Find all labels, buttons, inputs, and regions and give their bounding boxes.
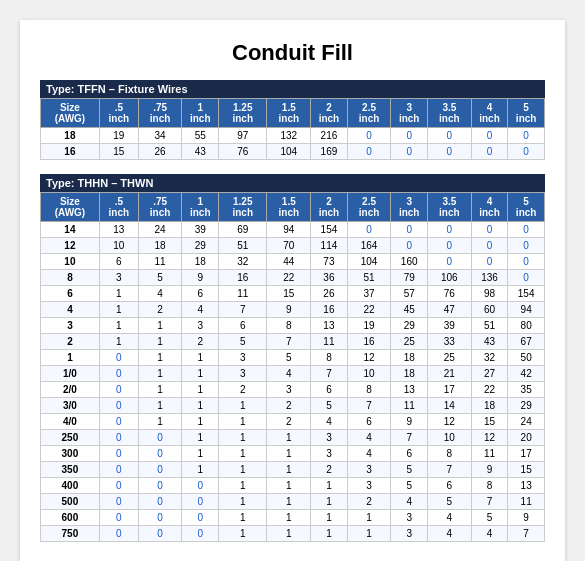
table-cell: 1 <box>311 478 348 494</box>
table-cell: 500 <box>41 494 100 510</box>
table-row: 500000111245711 <box>41 494 545 510</box>
table-cell: 104 <box>347 254 391 270</box>
table-cell: 0 <box>428 144 472 160</box>
table-row: 4/001112469121524 <box>41 414 545 430</box>
table-cell: 2 <box>267 414 311 430</box>
table-cell: 94 <box>508 302 545 318</box>
table-cell: 47 <box>428 302 472 318</box>
table-cell: 18 <box>138 238 182 254</box>
table-cell: 1 <box>99 318 138 334</box>
table-cell: 4 <box>471 526 508 542</box>
table-cell: 0 <box>99 382 138 398</box>
table-cell: 22 <box>471 382 508 398</box>
table-cell: 0 <box>99 478 138 494</box>
table-cell: 1 <box>99 334 138 350</box>
thhn-header-row: Size (AWG).5 inch.75 inch1 inch1.25 inch… <box>41 193 545 222</box>
table-cell: 1 <box>219 398 267 414</box>
table-cell: 37 <box>347 286 391 302</box>
table-cell: 17 <box>508 446 545 462</box>
table-cell: 4 <box>347 430 391 446</box>
table-row: 400000111356813 <box>41 478 545 494</box>
table-cell: 1 <box>311 510 348 526</box>
table-cell: 0 <box>508 144 545 160</box>
table-cell: 1 <box>267 430 311 446</box>
col-header-6: 2 inch <box>311 99 348 128</box>
table-cell: 1 <box>267 462 311 478</box>
table-cell: 9 <box>508 510 545 526</box>
table-cell: 160 <box>391 254 428 270</box>
table-cell: 1 <box>182 446 219 462</box>
table-cell: 67 <box>508 334 545 350</box>
table-row: 614611152637577698154 <box>41 286 545 302</box>
table-cell: 0 <box>347 222 391 238</box>
table-cell: 13 <box>391 382 428 398</box>
table-cell: 106 <box>428 270 472 286</box>
table-cell: 3 <box>219 366 267 382</box>
table-cell: 4 <box>428 510 472 526</box>
table-cell: 400 <box>41 478 100 494</box>
table-cell: 4 <box>311 414 348 430</box>
table-cell: 0 <box>508 270 545 286</box>
table-cell: 12 <box>471 430 508 446</box>
table-cell: 22 <box>267 270 311 286</box>
table-cell: 4 <box>138 286 182 302</box>
table-cell: 1 <box>267 494 311 510</box>
table-cell: 73 <box>311 254 348 270</box>
table-cell: 0 <box>347 144 391 160</box>
table-cell: 0 <box>182 510 219 526</box>
table-cell: 1 <box>311 526 348 542</box>
table-cell: 50 <box>508 350 545 366</box>
table-cell: 18 <box>471 398 508 414</box>
table-cell: 6 <box>428 478 472 494</box>
table-cell: 0 <box>508 254 545 270</box>
table-cell: 1 <box>219 510 267 526</box>
table-cell: 1 <box>219 430 267 446</box>
table-cell: 3 <box>99 270 138 286</box>
table-cell: 750 <box>41 526 100 542</box>
table-cell: 0 <box>138 446 182 462</box>
table-cell: 132 <box>267 128 311 144</box>
table-cell: 5 <box>219 334 267 350</box>
table-cell: 7 <box>428 462 472 478</box>
table-cell: 0 <box>99 350 138 366</box>
table-row: 161526437610416900000 <box>41 144 545 160</box>
table-cell: 32 <box>471 350 508 366</box>
table-cell: 1 <box>138 318 182 334</box>
table-cell: 0 <box>99 510 138 526</box>
table-cell: 60 <box>471 302 508 318</box>
col-header-1: .5 inch <box>99 193 138 222</box>
table-cell: 1 <box>182 414 219 430</box>
table-cell: 16 <box>347 334 391 350</box>
table-cell: 169 <box>311 144 348 160</box>
table-cell: 8 <box>428 446 472 462</box>
table-cell: 0 <box>138 462 182 478</box>
table-cell: 2 <box>41 334 100 350</box>
table-cell: 0 <box>99 494 138 510</box>
table-cell: 1 <box>311 494 348 510</box>
table-cell: 3 <box>347 462 391 478</box>
table-row: 311368131929395180 <box>41 318 545 334</box>
table-cell: 8 <box>347 382 391 398</box>
col-header-1: .5 inch <box>99 99 138 128</box>
table-cell: 70 <box>267 238 311 254</box>
table-cell: 18 <box>41 128 100 144</box>
table-cell: 5 <box>311 398 348 414</box>
table-cell: 16 <box>41 144 100 160</box>
table-cell: 8 <box>471 478 508 494</box>
table-cell: 6 <box>311 382 348 398</box>
table-cell: 13 <box>508 478 545 494</box>
table-cell: 9 <box>182 270 219 286</box>
col-header-11: 5 inch <box>508 99 545 128</box>
table-cell: 2 <box>267 398 311 414</box>
table-cell: 1 <box>138 366 182 382</box>
table-cell: 0 <box>99 462 138 478</box>
table-cell: 0 <box>508 128 545 144</box>
table-cell: 0 <box>347 128 391 144</box>
table-cell: 20 <box>508 430 545 446</box>
table-cell: 10 <box>41 254 100 270</box>
table-cell: 51 <box>471 318 508 334</box>
table-cell: 164 <box>347 238 391 254</box>
col-header-7: 2.5 inch <box>347 193 391 222</box>
table-cell: 27 <box>471 366 508 382</box>
table-cell: 5 <box>267 350 311 366</box>
